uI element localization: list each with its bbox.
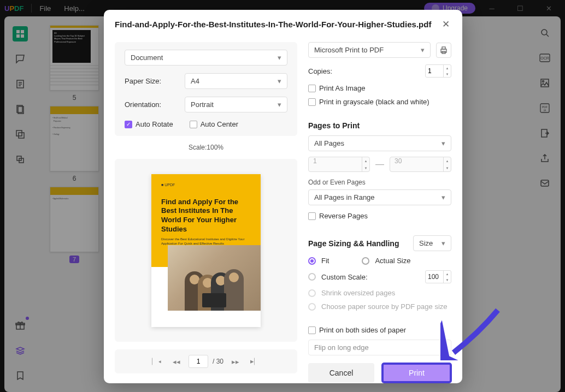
pager-last-icon[interactable]: ▸⎸	[248, 354, 263, 369]
copies-label: Copies:	[308, 67, 332, 75]
pages-to-print-dropdown[interactable]: All Pages	[308, 135, 451, 151]
dialog-title: Find-and-Apply-For-the-Best-Institutes-I…	[115, 20, 431, 29]
actual-size-radio[interactable]	[362, 257, 369, 265]
pager-prev-icon[interactable]: ◂◂	[169, 354, 184, 369]
paper-size-label: Paper Size:	[125, 77, 179, 85]
print-as-image-checkbox[interactable]	[308, 85, 316, 92]
auto-center-label: Auto Center	[201, 120, 238, 128]
document-type-dropdown[interactable]: Document	[125, 50, 287, 66]
odd-even-label: Odd or Even Pages	[308, 179, 451, 186]
svg-rect-29	[442, 47, 445, 49]
print-dialog: Find-and-Apply-For-the-Best-Institutes-I…	[104, 10, 462, 383]
pager: ⎸◂ ◂◂ / 30 ▸▸ ▸⎸	[115, 349, 297, 373]
flip-dropdown: Flip on long edge	[308, 340, 451, 355]
fit-label: Fit	[321, 257, 329, 265]
pager-total: / 30	[213, 358, 223, 365]
shrink-radio	[308, 289, 316, 297]
paper-size-dropdown[interactable]: A4	[185, 73, 287, 89]
print-grayscale-checkbox[interactable]	[308, 98, 316, 106]
preview-box: ■ UPDF Find and Apply For the Best Insti…	[115, 159, 297, 342]
cancel-button[interactable]: Cancel	[308, 363, 374, 383]
custom-scale-radio[interactable]	[308, 273, 316, 281]
size-dropdown[interactable]: Size	[413, 235, 451, 251]
shrink-label: Shrink oversized pages	[321, 289, 395, 297]
choose-paper-label: Choose paper source by PDF page size	[321, 302, 448, 311]
custom-scale-input[interactable]: 100▲▼	[425, 270, 451, 283]
actual-size-label: Actual Size	[375, 257, 410, 265]
both-sides-checkbox[interactable]	[308, 326, 316, 334]
close-icon[interactable]: ✕	[440, 19, 451, 29]
pages-to-print-title: Pages to Print	[308, 121, 451, 130]
orientation-dropdown[interactable]: Portrait	[185, 97, 287, 112]
range-to-input[interactable]: 30▲▼	[390, 157, 451, 172]
reverse-pages-label: Reverse Pages	[319, 212, 368, 220]
reverse-pages-checkbox[interactable]	[308, 212, 316, 220]
pager-current-input[interactable]	[189, 355, 208, 368]
auto-rotate-label: Auto Rotate	[136, 120, 173, 128]
auto-center-checkbox[interactable]	[190, 121, 197, 128]
print-as-image-label: Print As Image	[319, 84, 366, 92]
odd-even-dropdown[interactable]: All Pages in Range	[308, 189, 451, 205]
page-sizing-title: Page Sizing && Handling	[308, 239, 399, 248]
print-grayscale-label: Print in grayscale (black and white)	[319, 98, 429, 106]
preview-title: Find and Apply For the Best Institutes I…	[161, 198, 251, 235]
orientation-label: Orientation:	[125, 100, 179, 109]
printer-dropdown[interactable]: Microsoft Print to PDF	[308, 42, 431, 58]
preview-page: ■ UPDF Find and Apply For the Best Insti…	[151, 174, 261, 327]
range-dash: —	[375, 159, 384, 169]
copies-input[interactable]: 1▲▼	[425, 64, 451, 78]
preview-logo: ■ UPDF	[161, 183, 251, 187]
range-from-input[interactable]: 1▲▼	[308, 157, 370, 172]
print-button[interactable]: Print	[382, 363, 451, 383]
pager-first-icon[interactable]: ⎸◂	[149, 354, 164, 369]
scale-text: Scale:100%	[115, 144, 297, 151]
both-sides-label: Print on both sides of paper	[319, 326, 406, 334]
choose-paper-radio	[308, 303, 316, 311]
pager-next-icon[interactable]: ▸▸	[228, 354, 243, 369]
custom-scale-label: Custom Scale:	[321, 273, 368, 281]
fit-radio[interactable]	[308, 257, 316, 265]
auto-rotate-checkbox[interactable]: ✓	[125, 121, 132, 128]
printer-settings-icon[interactable]	[436, 43, 451, 58]
